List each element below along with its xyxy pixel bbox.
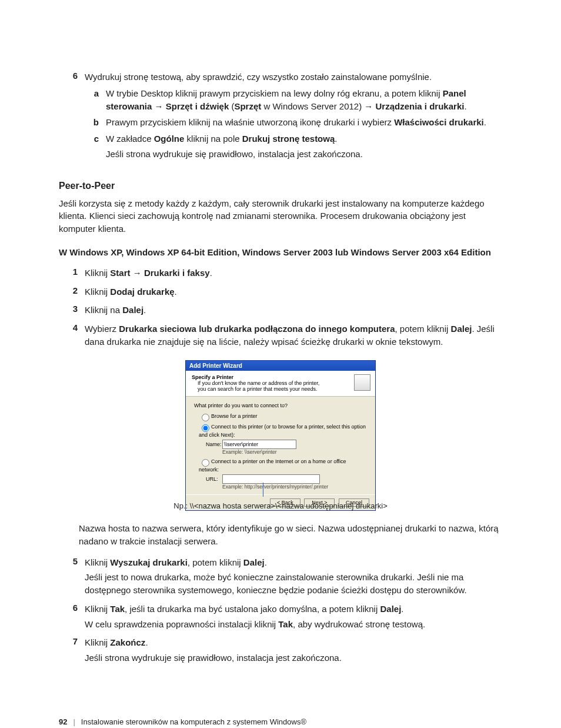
substep-text: W zakładce Ogólne kliknij na pole Drukuj… (106, 132, 502, 161)
url-input[interactable] (222, 474, 320, 484)
dialog-body: What printer do you want to connect to? … (186, 397, 375, 494)
substep-letter: a (85, 87, 106, 113)
option-connect-name[interactable]: Connect to this printer (or to browse fo… (199, 423, 367, 438)
heading-peer-to-peer: Peer-to-Peer (59, 181, 502, 191)
footer-separator: | (73, 717, 75, 726)
radio-connect-url[interactable] (202, 459, 209, 467)
document-page: 6 Wydrukuj stronę testową, aby sprawdzić… (0, 0, 561, 728)
step-text: Wydrukuj stronę testową, aby sprawdzić, … (85, 71, 502, 164)
subheading-windows-versions: W Windows XP, Windows XP 64-bit Edition,… (59, 246, 502, 258)
radio-browse[interactable] (202, 414, 209, 421)
substep-text: Prawym przyciskiem kliknij na właśnie ut… (106, 116, 502, 129)
step-3: 3 Kliknij na Dalej. (59, 304, 502, 317)
url-example: Example: http://server/printers/myprinte… (222, 484, 367, 490)
substep-a: a W trybie Desktop kliknij prawym przyci… (85, 87, 502, 113)
name-row: Name: (206, 440, 367, 449)
substep-letter: c (85, 132, 106, 161)
step-6b: 6 Kliknij Tak, jeśli ta drukarka ma być … (59, 603, 502, 631)
option-browse[interactable]: Browse for a printer (199, 412, 367, 421)
dialog-header: Specify a Printer If you don't know the … (186, 371, 375, 397)
page-number: 92 (59, 717, 67, 726)
text: Wydrukuj stronę testową, aby sprawdzić, … (85, 72, 432, 82)
figure-caption: Np.: \\<nazwa hosta serwera>\<nazwa udos… (59, 501, 502, 510)
radio-connect-name[interactable] (202, 424, 209, 432)
printer-icon (354, 374, 370, 391)
step-6: 6 Wydrukuj stronę testową, aby sprawdzić… (59, 71, 502, 164)
step-number: 6 (59, 71, 85, 164)
step-2: 2 Kliknij Dodaj drukarkę. (59, 285, 502, 298)
url-row: URL: (206, 474, 367, 484)
paragraph-after-dialog: Nazwa hosta to nazwa serwera, który iden… (79, 522, 502, 548)
callout-line (263, 483, 263, 497)
name-input[interactable] (222, 440, 296, 449)
name-label: Name: (206, 441, 222, 447)
footer-chapter: Instalowanie sterowników na komputerach … (81, 717, 306, 726)
dialog: Add Printer Wizard Specify a Printer If … (185, 360, 376, 511)
name-example: Example: \\server\printer (222, 449, 367, 455)
substep-letter: b (85, 116, 106, 129)
step-5: 5 Kliknij Wyszukaj drukarki, potem klikn… (59, 556, 502, 597)
url-label: URL: (206, 476, 222, 482)
step-1: 1 Kliknij Start → Drukarki i faksy. (59, 267, 502, 280)
step-4: 4 Wybierz Drukarka sieciowa lub drukarka… (59, 323, 502, 348)
step-7: 7 Kliknij Zakończ. Jeśli strona wydrukuj… (59, 636, 502, 664)
dialog-subheading: If you don't know the name or address of… (198, 380, 327, 393)
page-footer: 92 | Instalowanie sterowników na kompute… (59, 717, 502, 726)
substep-c: c W zakładce Ogólne kliknij na pole Druk… (85, 132, 502, 161)
substep-line2: Jeśli strona wydrukuje się prawidłowo, i… (106, 148, 502, 161)
dialog-question: What printer do you want to connect to? (194, 403, 367, 408)
paragraph: Jeśli korzysta się z metody każdy z każd… (59, 197, 502, 235)
substep-text: W trybie Desktop kliknij prawym przycisk… (106, 87, 502, 113)
option-connect-url[interactable]: Connect to a printer on the Internet or … (199, 457, 367, 473)
dialog-heading: Specify a Printer (192, 374, 369, 380)
substep-b: b Prawym przyciskiem kliknij na właśnie … (85, 116, 502, 129)
add-printer-wizard-screenshot: Add Printer Wizard Specify a Printer If … (185, 360, 376, 497)
dialog-titlebar: Add Printer Wizard (186, 361, 375, 371)
